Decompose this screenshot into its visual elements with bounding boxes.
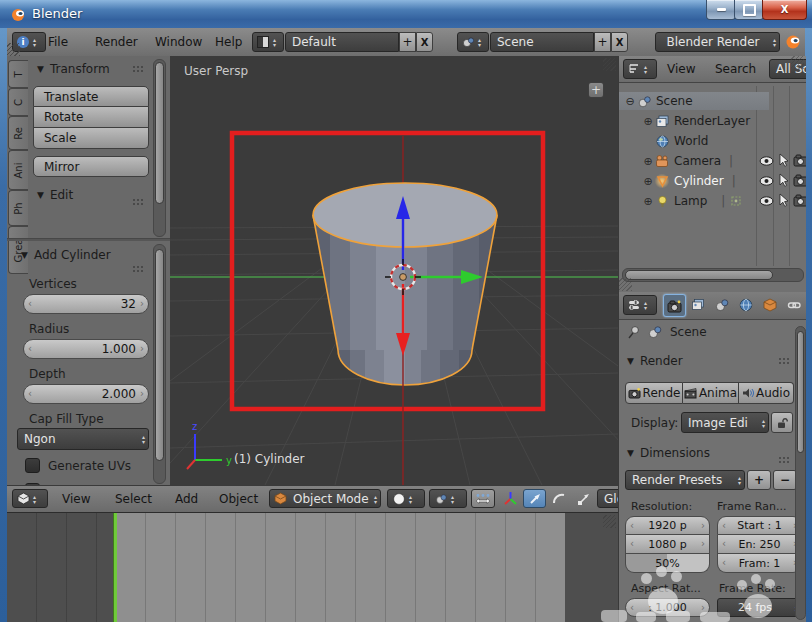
- shelf-tab-animation[interactable]: Ani: [8, 150, 28, 190]
- outliner-row-world[interactable]: World: [619, 132, 806, 150]
- expand-plus-icon[interactable]: ⊕: [641, 115, 655, 128]
- close-button[interactable]: X: [762, 0, 807, 20]
- screen-layout-delete-button[interactable]: X: [416, 32, 433, 52]
- depth-field[interactable]: ‹ 2.000 ›: [23, 384, 149, 404]
- render-panel-header[interactable]: ▼ Render: [627, 354, 683, 368]
- resolution-percentage-slider[interactable]: 50%: [625, 554, 710, 573]
- preset-remove-button[interactable]: −: [773, 470, 797, 490]
- expand-plus-icon[interactable]: ⊕: [641, 155, 655, 168]
- manipulator-axis-button[interactable]: [499, 489, 522, 508]
- tab-constraints[interactable]: [783, 294, 804, 315]
- resolution-y-field[interactable]: ‹1080 p›: [625, 535, 710, 554]
- panel-grip-icon[interactable]: [779, 358, 790, 365]
- increment-icon[interactable]: ›: [140, 344, 144, 354]
- scale-manipulator-button[interactable]: [571, 489, 594, 508]
- shelf-tab-physics[interactable]: Ph: [8, 190, 28, 226]
- preset-add-button[interactable]: +: [747, 470, 771, 490]
- timeline-playhead[interactable]: [113, 513, 117, 622]
- hide-eye-icon[interactable]: [759, 193, 774, 208]
- scene-browse-button[interactable]: ▴▾: [457, 32, 489, 52]
- render-restrict-camera-icon[interactable]: [793, 173, 806, 188]
- translate-manipulator-button[interactable]: [523, 489, 546, 508]
- outliner-menu-search[interactable]: Search: [715, 56, 756, 82]
- frame-end-field[interactable]: ‹En: 250›: [717, 535, 802, 554]
- render-engine-select[interactable]: Blender Render ▴▾: [655, 32, 780, 52]
- collapse-minus-icon[interactable]: ⊖: [623, 95, 637, 108]
- edit-panel-header[interactable]: ▼ Edit: [37, 188, 73, 202]
- frame-step-field[interactable]: ‹Fram: 1›: [717, 554, 802, 573]
- breadcrumb-scene-label[interactable]: Scene: [670, 325, 707, 339]
- tab-scene[interactable]: [711, 294, 732, 315]
- scrollbar-thumb[interactable]: [155, 62, 164, 204]
- corner-grip[interactable]: [7, 43, 20, 56]
- menu-object[interactable]: Object: [219, 486, 258, 513]
- mode-select[interactable]: Object Mode ▴▾: [269, 489, 381, 508]
- increment-icon[interactable]: ›: [701, 603, 705, 613]
- tab-render-layers[interactable]: [687, 294, 708, 315]
- translate-button[interactable]: Translate: [33, 86, 149, 107]
- scene-add-button[interactable]: +: [594, 32, 611, 52]
- render-audio-button[interactable]: Audio: [739, 382, 794, 404]
- scene-delete-button[interactable]: X: [611, 32, 628, 52]
- panel-grip-icon[interactable]: [133, 66, 144, 73]
- outliner-h-scrollbar[interactable]: [622, 268, 804, 282]
- render-animation-button[interactable]: Anima: [683, 382, 739, 404]
- scrollbar-thumb[interactable]: [625, 270, 773, 280]
- outliner-menu-view[interactable]: View: [667, 56, 695, 82]
- increment-icon[interactable]: ›: [140, 389, 144, 399]
- selectability-pointer-icon[interactable]: [778, 193, 789, 208]
- scrollbar-thumb[interactable]: [797, 331, 804, 453]
- viewport-3d[interactable]: z y User Persp (1) Cylinder +: [170, 56, 618, 485]
- frame-start-field[interactable]: ‹Start : 1›: [717, 516, 802, 535]
- tab-world[interactable]: [735, 294, 756, 315]
- outliner-row-scene[interactable]: ⊖ Scene: [619, 92, 769, 110]
- increment-icon[interactable]: ›: [701, 521, 705, 531]
- render-presets-select[interactable]: Render Presets ▴▾: [625, 470, 745, 490]
- timeline-editor[interactable]: [7, 512, 618, 622]
- generate-uvs-row[interactable]: Generate UVs: [25, 458, 131, 473]
- display-select[interactable]: Image Edi ▴▾: [681, 412, 769, 433]
- increment-icon[interactable]: ›: [140, 299, 144, 309]
- screen-layout-browse-button[interactable]: ▴▾: [252, 32, 284, 52]
- menu-select[interactable]: Select: [115, 486, 152, 513]
- selectability-pointer-icon[interactable]: [778, 173, 789, 188]
- minimize-button[interactable]: [706, 0, 736, 20]
- dimensions-panel-header[interactable]: ▼ Dimensions: [627, 446, 710, 460]
- increment-icon[interactable]: ›: [701, 539, 705, 549]
- tab-object[interactable]: [759, 294, 780, 315]
- add-cylinder-panel-header[interactable]: ▼ Add Cylinder: [21, 248, 111, 262]
- shelf-scrollbar-lower[interactable]: [153, 244, 166, 484]
- generate-uvs-checkbox[interactable]: [25, 458, 40, 473]
- render-still-button[interactable]: Rende: [625, 382, 683, 404]
- menu-add[interactable]: Add: [175, 486, 198, 513]
- hide-eye-icon[interactable]: [759, 173, 774, 188]
- lock-interface-button[interactable]: [771, 412, 793, 433]
- viewport-shading-select[interactable]: ▴▾: [387, 489, 425, 508]
- menu-render[interactable]: Render: [95, 28, 138, 56]
- rotate-manipulator-button[interactable]: [547, 489, 570, 508]
- corner-grip[interactable]: [603, 515, 616, 528]
- shelf-tab-tools[interactable]: T: [8, 60, 28, 88]
- corner-grip[interactable]: [791, 56, 804, 69]
- screen-layout-add-button[interactable]: +: [399, 32, 416, 52]
- resolution-x-field[interactable]: ‹1920 p›: [625, 516, 710, 535]
- expand-plus-icon[interactable]: ⊕: [641, 195, 655, 208]
- expand-plus-icon[interactable]: ⊕: [641, 175, 655, 188]
- panel-grip-icon[interactable]: [133, 199, 144, 206]
- editor-type-3dview-selector[interactable]: ▴▾: [12, 489, 48, 508]
- scene-name-field[interactable]: Scene: [490, 32, 594, 52]
- shelf-tab-relations[interactable]: Re: [8, 116, 28, 150]
- panel-grip-icon[interactable]: [133, 266, 144, 273]
- editor-type-outliner-selector[interactable]: ▴▾: [623, 59, 657, 79]
- tab-render[interactable]: [663, 294, 686, 317]
- manipulate-center-points-button[interactable]: [471, 489, 495, 508]
- scale-button[interactable]: Scale: [33, 128, 149, 149]
- corner-grip[interactable]: [603, 58, 616, 71]
- menu-window[interactable]: Window: [155, 28, 202, 56]
- render-restrict-camera-icon[interactable]: [793, 153, 806, 168]
- selectability-pointer-icon[interactable]: [778, 153, 789, 168]
- shelf-scrollbar-upper[interactable]: [153, 59, 166, 237]
- pivot-point-select[interactable]: ▴▾: [429, 489, 467, 508]
- radius-field[interactable]: ‹ 1.000 ›: [23, 339, 149, 359]
- editor-type-properties-selector[interactable]: ▴▾: [623, 295, 657, 315]
